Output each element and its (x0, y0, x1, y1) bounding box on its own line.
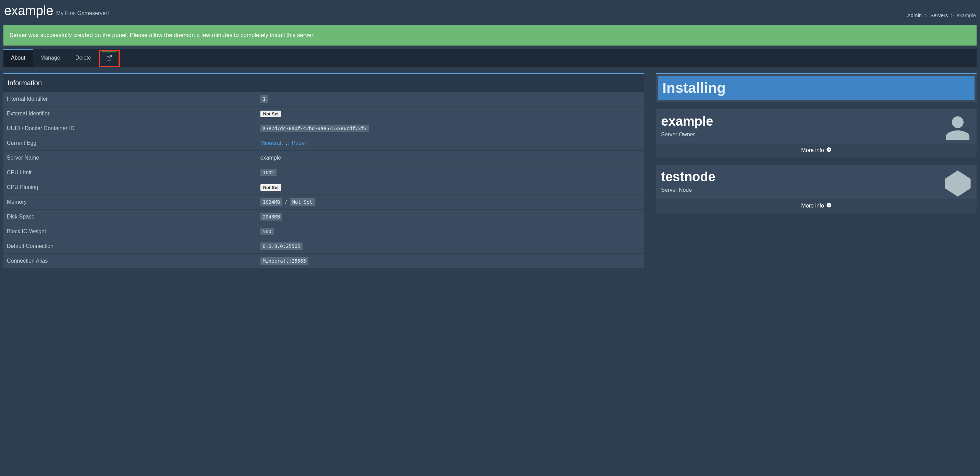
information-box: Information Internal Identifier 1 Extern… (3, 73, 644, 268)
label-default-connection: Default Connection (7, 243, 261, 249)
row-external-id: External Identifier Not Set (3, 106, 644, 121)
label-uuid: UUID / Docker Container ID (7, 125, 261, 132)
owner-more-label: More info (801, 147, 824, 154)
label-connection-alias: Connection Alias (7, 258, 261, 264)
label-block-io: Block IO Weight (7, 228, 261, 235)
owner-card-title: example (661, 114, 972, 129)
value-server-name: example (261, 155, 641, 161)
value-cpu-limit: 100% (261, 169, 277, 176)
node-card-title: testnode (661, 170, 972, 184)
node-more-info-button[interactable]: More info (656, 199, 977, 213)
tab-open-external[interactable] (99, 50, 120, 67)
codepen-icon (944, 170, 972, 199)
value-cpu-pinning: Not Set (261, 184, 282, 191)
label-memory: Memory (7, 199, 261, 205)
value-connection-alias: Minecraft:25565 (261, 257, 309, 265)
row-default-connection: Default Connection 0.0.0.0:25565 (3, 239, 644, 254)
owner-card-subtitle: Server Owner (661, 132, 972, 138)
value-disk: 2048MB (261, 213, 283, 221)
row-uuid: UUID / Docker Container ID a3e7d7dc-8a0f… (3, 121, 644, 136)
row-disk: Disk Space 2048MB (3, 209, 644, 224)
owner-more-info-button[interactable]: More info (656, 143, 977, 157)
breadcrumb-current: example (956, 12, 976, 18)
label-server-name: Server Name (7, 155, 261, 161)
tab-about[interactable]: About (3, 49, 33, 67)
page-title-wrap: example My First Gameserver! (4, 3, 109, 18)
row-internal-id: Internal Identifier 1 (3, 92, 644, 106)
chevron-right-icon: > (924, 12, 928, 18)
page-subtitle: My First Gameserver! (56, 10, 109, 16)
row-memory: Memory 1024MB / Not Set (3, 195, 644, 209)
breadcrumb-admin[interactable]: Admin (907, 12, 922, 18)
label-egg: Current Egg (7, 140, 261, 146)
breadcrumb-servers[interactable]: Servers (930, 12, 948, 18)
page-title: example (4, 3, 54, 18)
value-block-io: 500 (261, 228, 274, 235)
success-alert: Server was successfully created on the p… (3, 25, 977, 46)
node-more-label: More info (801, 203, 824, 209)
external-link-icon (106, 55, 112, 62)
value-uuid: a3e7d7dc-8a0f-42bd-9ae5-533e6cdf73f3 (261, 125, 369, 132)
row-egg: Current Egg Minecraft :: Paper (3, 136, 644, 151)
row-cpu-limit: CPU Limit 100% (3, 165, 644, 180)
label-internal-id: Internal Identifier (7, 96, 261, 102)
egg-separator: :: (286, 140, 289, 146)
link-egg[interactable]: Paper (291, 140, 306, 146)
arrow-right-circle-icon (826, 202, 832, 209)
chevron-right-icon: > (951, 12, 954, 18)
memory-slash: / (285, 199, 287, 205)
arrow-right-circle-icon (826, 147, 832, 154)
information-heading: Information (3, 74, 644, 92)
value-external-id: Not Set (261, 111, 282, 117)
tab-manage[interactable]: Manage (33, 50, 68, 67)
value-memory: 1024MB (261, 198, 283, 206)
row-cpu-pinning: CPU Pinning Not Set (3, 180, 644, 195)
node-card-subtitle: Server Node (661, 187, 972, 193)
label-cpu-limit: CPU Limit (7, 170, 261, 176)
breadcrumb: Admin > Servers > example (907, 12, 976, 18)
label-external-id: External Identifier (7, 111, 261, 117)
status-badge: Installing (658, 76, 975, 100)
value-default-connection: 0.0.0.0:25565 (261, 243, 303, 250)
link-nest[interactable]: Minecraft (261, 140, 283, 146)
svg-line-0 (109, 56, 111, 58)
value-memory-swap: Not Set (290, 198, 315, 206)
label-cpu-pinning: CPU Pinning (7, 184, 261, 190)
value-internal-id: 1 (261, 95, 268, 103)
label-disk: Disk Space (7, 214, 261, 220)
status-box: Installing (656, 73, 977, 102)
owner-card: example Server Owner More info (656, 109, 977, 157)
user-icon (944, 114, 972, 143)
tab-delete[interactable]: Delete (68, 50, 99, 67)
tab-bar: About Manage Delete (3, 49, 977, 67)
row-block-io: Block IO Weight 500 (3, 224, 644, 239)
row-server-name: Server Name example (3, 151, 644, 165)
node-card: testnode Server Node More info (656, 165, 977, 213)
row-connection-alias: Connection Alias Minecraft:25565 (3, 254, 644, 268)
